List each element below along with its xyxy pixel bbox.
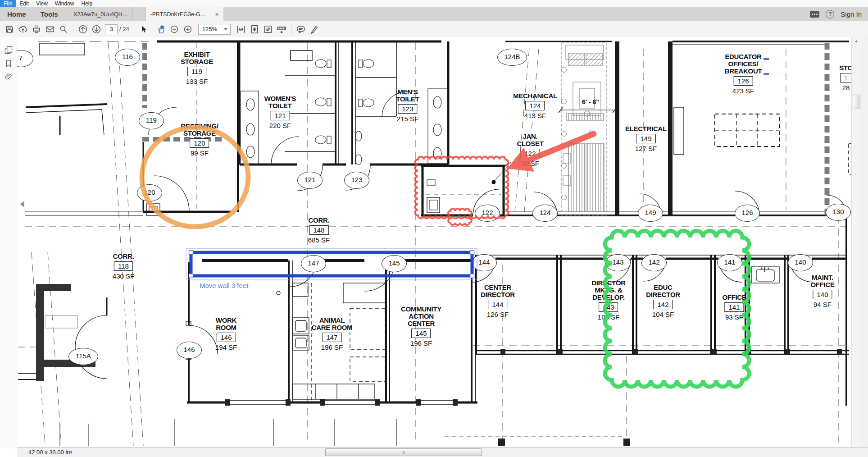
vertical-scroll-thumb[interactable] <box>853 95 860 109</box>
feedback-bubble-icon[interactable] <box>810 11 819 18</box>
zoom-caret-icon <box>224 28 227 32</box>
hand-tool-icon[interactable] <box>154 23 168 36</box>
menu-edit[interactable]: Edit <box>16 0 32 7</box>
horizontal-scroll-thumb[interactable]: ||| <box>325 448 482 456</box>
bubble-130: 130 <box>826 204 851 221</box>
menu-file[interactable]: File <box>0 0 16 7</box>
vertical-scrollbar[interactable]: ▲ <box>851 37 861 448</box>
navigation-sidebar <box>0 37 18 448</box>
bubble-145: 145 <box>382 255 407 272</box>
toolbar: 3 / 24 125% <box>0 21 868 37</box>
room-label-receiving-storage: RECEIVING/ STORAGE12099 SF <box>181 123 218 157</box>
menu-bar: File Edit View Window Help <box>0 0 868 7</box>
bubble-143: 143 <box>605 254 631 271</box>
bubble-146: 146 <box>177 342 202 359</box>
select-tool-icon[interactable] <box>137 23 150 36</box>
window-right-edge <box>861 37 868 457</box>
room-label-mens-toilet: MEN'S TOILET123215 SF <box>396 88 419 123</box>
dimension-note: 6' - 8" <box>582 98 599 105</box>
tab-home[interactable]: Home <box>0 7 33 21</box>
document-tab-title: -PBTSDnKrEG3e-G… <box>150 11 206 18</box>
attachments-icon[interactable] <box>0 70 17 84</box>
upload-cloud-icon[interactable] <box>16 23 30 36</box>
room-label-mechanical: MECHANICAL124413 SF <box>513 92 557 119</box>
room-label-corr-148: CORR.148685 SF <box>308 217 330 244</box>
room-label-center-director: CENTER DIRECTOR144126 SF <box>481 284 515 318</box>
bubble-147: 147 <box>301 255 326 272</box>
bookmarks-icon[interactable] <box>0 57 17 70</box>
room-label-community-action: COMMUNITY ACTION CENTER145196 SF <box>401 306 441 347</box>
bubble-141: 141 <box>717 254 742 271</box>
tab-bar: Home Tools X23Aw7u_0Uu4QH… -PBTSDnKrEG3e… <box>0 7 868 21</box>
fit-page-icon[interactable] <box>248 23 261 36</box>
highlight-pen-icon[interactable] <box>308 23 321 36</box>
room-label-corr-118: CORR.118430 SF <box>113 253 134 280</box>
measure-icon[interactable] <box>275 23 288 36</box>
room-label-director-mktg: DIRECTOR MKTG. & DEVELOP.143105 SF <box>591 279 626 321</box>
email-icon[interactable] <box>43 23 57 36</box>
bubble-119: 119 <box>139 112 164 129</box>
scroll-up-arrow-icon[interactable]: ▲ <box>852 39 861 43</box>
bubble-144: 144 <box>472 254 497 271</box>
menu-help[interactable]: Help <box>78 0 96 7</box>
status-bar: 42.00 x 30.00 in ||| <box>17 447 868 457</box>
bubble-122: 122 <box>475 205 500 222</box>
tab-tools[interactable]: Tools <box>33 7 65 21</box>
page-thumbnails-icon[interactable] <box>0 43 17 57</box>
bubble-140: 140 <box>788 254 813 271</box>
room-label-electrical: ELECTRICAL149127 SF <box>625 125 667 152</box>
document-tab-active[interactable]: -PBTSDnKrEG3e-G… × <box>145 7 223 21</box>
room-label-maint-office: MAINT. OFFICE14094 SF <box>810 274 834 308</box>
scroll-left-arrow-icon[interactable] <box>68 450 72 454</box>
page-total-label: / 24 <box>119 26 129 32</box>
bubble-121: 121 <box>297 172 323 189</box>
acrobat-window: File Edit View Window Help Home Tools X2… <box>0 0 868 457</box>
bubble-115A: 115A <box>68 348 98 365</box>
room-label-jan-closet: JAN. CLOSET12250 SF <box>517 133 543 167</box>
bubble-124: 124 <box>532 205 558 222</box>
bubble-142: 142 <box>641 254 667 271</box>
next-page-icon[interactable] <box>90 23 103 36</box>
fullscreen-icon[interactable] <box>261 23 275 36</box>
room-label-educator-offices: EDUCATOR OFFICES/ BREAKOUT126423 SF <box>725 53 762 95</box>
previous-page-icon[interactable] <box>76 23 90 36</box>
zoom-level-value: 125% <box>199 26 221 32</box>
sign-in-button[interactable]: Sign In <box>841 10 862 18</box>
room-label-womens-toilet: WOMEN'S TOILET121220 SF <box>264 95 296 129</box>
document-tab-inactive[interactable]: X23Aw7u_0Uu4QH… <box>69 7 133 21</box>
zoom-out-icon[interactable] <box>168 23 181 36</box>
comment-icon[interactable] <box>294 23 308 36</box>
page-size-label: 42.00 x 30.00 in <box>28 449 70 456</box>
bubble-116: 116 <box>115 49 140 66</box>
bubble-120: 120 <box>137 184 162 201</box>
pdf-page-canvas[interactable]: EXHIBIT STORAGE119133 SF RECEIVING/ STOR… <box>17 37 852 448</box>
bubble-124B: 124B <box>497 49 527 66</box>
room-label-animal-care: ANIMAL CARE ROOM147196 SF <box>312 317 353 351</box>
room-label-work-room: WORK ROOM146194 SF <box>215 317 237 351</box>
bubble-149: 149 <box>638 205 663 222</box>
save-icon[interactable] <box>3 23 16 36</box>
close-tab-icon[interactable]: × <box>211 11 218 18</box>
page-number-input[interactable]: 3 <box>105 24 118 34</box>
print-icon[interactable] <box>30 23 43 36</box>
bubble-126: 126 <box>735 205 760 222</box>
room-label-exhibit-storage: EXHIBIT STORAGE119133 SF <box>181 51 213 85</box>
zoom-in-icon[interactable] <box>181 23 195 36</box>
floorplan-labels: EXHIBIT STORAGE119133 SF RECEIVING/ STOR… <box>17 37 852 448</box>
room-label-storage-clipped: STO128 <box>839 64 852 91</box>
fit-width-icon[interactable] <box>234 23 248 36</box>
room-label-office-141: OFFICE14193 SF <box>722 294 746 321</box>
bubble-7: 7 <box>17 50 33 67</box>
menu-view[interactable]: View <box>32 0 51 7</box>
zoom-level-select[interactable]: 125% <box>198 24 231 35</box>
panel-collapse-icon[interactable] <box>17 201 24 207</box>
search-icon[interactable] <box>57 23 70 36</box>
help-icon[interactable]: ? <box>826 10 834 18</box>
room-label-educ-director: EDUC DIRECTOR142104 SF <box>646 284 680 318</box>
menu-window[interactable]: Window <box>51 0 78 7</box>
bubble-123: 123 <box>344 172 369 189</box>
